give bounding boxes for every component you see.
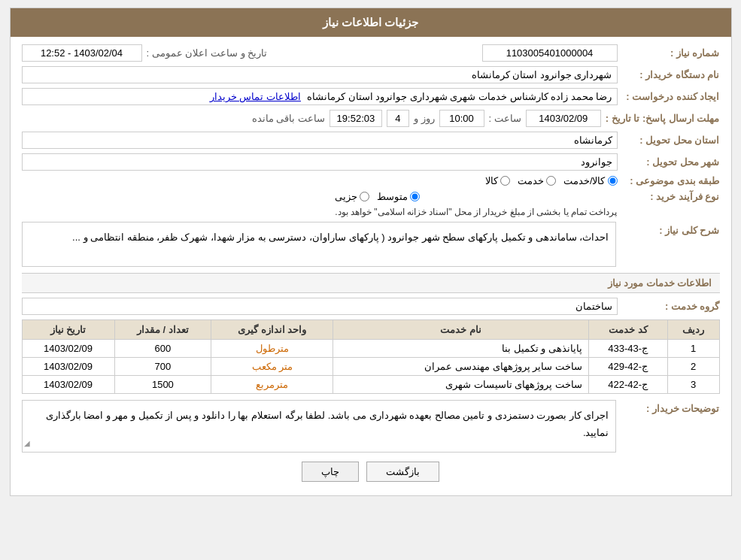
process-label-motavaset: متوسط: [377, 191, 408, 202]
category-label-kala: کالا: [485, 175, 498, 186]
category-row: طبقه بندی موضوعی : کالا خدمت کالا/خدمت: [22, 175, 720, 186]
category-radio-kala-khedmat[interactable]: [608, 176, 618, 186]
deadline-remaining: 19:52:03: [330, 110, 382, 127]
back-button[interactable]: بازگشت: [366, 462, 439, 482]
process-note: پرداخت تمام یا بخشی از مبلغ خریدار از مح…: [335, 207, 617, 217]
col-date: تاریخ نیاز: [22, 320, 114, 340]
buyer-notes-row: توضیحات خریدار : اجرای کار بصورت دستمزدی…: [22, 400, 720, 453]
category-option-kala-khedmat[interactable]: کالا/خدمت: [563, 175, 618, 186]
table-row: 3ج-42-422ساخت پروژههای تاسیسات شهریمترمر…: [22, 376, 719, 394]
requester-row: ایجاد کننده درخواست : رضا محمد زاده کارش…: [22, 88, 720, 105]
col-quantity: تعداد / مقدار: [114, 320, 211, 340]
deadline-time: 10:00: [439, 110, 484, 127]
service-group-row: گروه خدمت : ساختمان: [22, 298, 720, 315]
buyer-name-value: شهرداری جوانرود استان کرمانشاه: [22, 66, 618, 83]
deadline-date: 1403/02/09: [526, 110, 601, 127]
resize-icon: ◢: [24, 437, 30, 450]
category-radio-khedmat[interactable]: [546, 176, 556, 186]
main-container: جزئیات اطلاعات نیاز شماره نیاز : 1103005…: [10, 8, 732, 496]
requester-value: رضا محمد زاده کارشناس خدمات شهری شهرداری…: [22, 88, 618, 105]
city-label: شهر محل تحویل :: [622, 156, 720, 168]
buyer-notes-value: اجرای کار بصورت دستمزدی و تامین مصالح بع…: [22, 400, 616, 453]
requester-label: ایجاد کننده درخواست :: [622, 91, 720, 102]
deadline-days: 4: [387, 110, 409, 127]
process-row: نوع فرآیند خرید : جزیی متوسط پرداخت تمام…: [22, 191, 720, 217]
category-option-khedmat[interactable]: خدمت: [518, 175, 556, 186]
service-group-label: گروه خدمت :: [622, 301, 720, 312]
button-row: بازگشت چاپ: [22, 462, 720, 482]
province-row: استان محل تحویل : کرمانشاه: [22, 132, 720, 149]
description-row: شرح کلی نیاز : احداث، ساماندهی و تکمیل پ…: [22, 222, 720, 267]
services-table: ردیف کد خدمت نام خدمت واحد اندازه گیری ت…: [22, 319, 720, 394]
col-service-code: کد خدمت: [588, 320, 667, 340]
table-row: 2ج-42-429ساخت سایر پروژههای مهندسی عمران…: [22, 358, 719, 376]
process-option-jozei[interactable]: جزیی: [335, 191, 369, 202]
buyer-notes-label: توضیحات خریدار :: [622, 400, 720, 453]
col-row-num: ردیف: [667, 320, 719, 340]
table-row: 1ج-43-433پایانذهی و تکمیل بنامترطول60014…: [22, 340, 719, 358]
process-option-motavaset[interactable]: متوسط: [377, 191, 420, 202]
category-label-khedmat: خدمت: [518, 175, 544, 186]
process-radio-jozei[interactable]: [360, 192, 369, 201]
service-group-value: ساختمان: [22, 298, 618, 315]
description-value: احداث، ساماندهی و تکمیل پارکهای سطح شهر …: [22, 222, 616, 267]
announcement-label: تاریخ و ساعت اعلان عمومی :: [147, 47, 268, 59]
process-label-jozei: جزیی: [335, 191, 357, 202]
deadline-row: مهلت ارسال پاسخ: تا تاریخ : 1403/02/09 س…: [22, 110, 720, 127]
deadline-label: مهلت ارسال پاسخ: تا تاریخ :: [606, 113, 720, 124]
city-value: جوانرود: [22, 153, 618, 171]
page-title: جزئیات اطلاعات نیاز: [323, 16, 418, 29]
need-number-row: شماره نیاز : 1103005401000004 تاریخ و سا…: [22, 44, 720, 62]
page-header: جزئیات اطلاعات نیاز: [11, 8, 731, 37]
announcement-value: 1403/02/04 - 12:52: [22, 44, 142, 62]
contact-link[interactable]: اطلاعات تماس خریدار: [210, 91, 301, 102]
deadline-remaining-label: ساعت باقی مانده: [252, 113, 325, 124]
need-number-label: شماره نیاز :: [622, 47, 720, 59]
print-button[interactable]: چاپ: [302, 462, 359, 482]
buyer-name-row: نام دستگاه خریدار : شهرداری جوانرود استا…: [22, 66, 720, 83]
category-option-kala[interactable]: کالا: [485, 175, 510, 186]
category-radio-kala[interactable]: [500, 176, 510, 186]
process-radio-group: جزیی متوسط: [335, 191, 617, 202]
buyer-name-label: نام دستگاه خریدار :: [622, 69, 720, 80]
process-label: نوع فرآیند خرید :: [622, 191, 720, 202]
city-row: شهر محل تحویل : جوانرود: [22, 153, 720, 171]
category-label: طبقه بندی موضوعی :: [622, 175, 720, 186]
service-info-title: اطلاعات خدمات مورد نیاز: [22, 273, 720, 293]
province-label: استان محل تحویل :: [622, 135, 720, 146]
deadline-day-label: روز و: [414, 113, 435, 124]
province-value: کرمانشاه: [22, 132, 618, 149]
process-radio-motavaset[interactable]: [410, 192, 420, 201]
col-service-name: نام خدمت: [333, 320, 588, 340]
need-number-value: 1103005401000004: [482, 44, 618, 62]
category-label-kala-khedmat: کالا/خدمت: [563, 175, 606, 186]
category-radio-group: کالا خدمت کالا/خدمت: [485, 175, 618, 186]
col-unit: واحد اندازه گیری: [211, 320, 333, 340]
deadline-time-label: ساعت :: [489, 113, 521, 124]
description-label: شرح کلی نیاز :: [622, 222, 720, 267]
